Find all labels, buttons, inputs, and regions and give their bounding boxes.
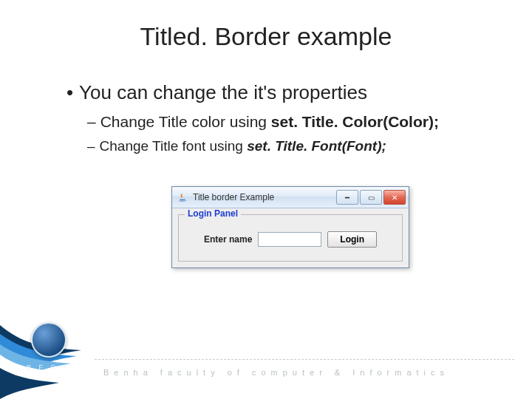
titled-border-panel: Login Panel Enter name Login [178,214,403,262]
bullet-sub-2: –Change Title font using set. Title. Fon… [87,138,495,154]
dash-1: – [87,113,96,130]
window-titlebar[interactable]: Title border Example ━ ▭ ✕ [172,187,409,208]
java-icon [177,191,188,203]
minimize-button[interactable]: ━ [336,190,358,205]
sub1-code: set. Title. Color(Color); [271,113,439,130]
name-input[interactable] [258,232,321,247]
dash-2: – [87,138,95,154]
maximize-icon: ▭ [368,194,375,202]
org-badge [31,322,66,358]
window-body: Login Panel Enter name Login [172,208,409,267]
content-block: •You can change the it's properties –Cha… [66,81,495,162]
enter-name-label: Enter name [204,234,252,245]
close-button[interactable]: ✕ [383,190,406,205]
sub2-prefix: Change Title font using [100,138,248,154]
bullet-main: •You can change the it's properties [66,81,495,104]
window-buttons: ━ ▭ ✕ [336,190,406,205]
sub1-prefix: Change Title color using [100,113,271,130]
footer-text: Benha faculty of computer & Informatics [103,368,449,377]
bullet-main-text: You can change the it's properties [79,81,367,103]
slide-title: Titled. Border example [0,22,532,51]
bullet-sub-1: –Change Title color using set. Title. Co… [87,113,495,131]
sub2-code: set. Title. Font(Font); [247,138,386,154]
footer: Benha faculty of computer & Informatics … [0,352,532,399]
bfci-label: B F C I [27,364,68,371]
form-row: Enter name Login [186,231,395,248]
maximize-button[interactable]: ▭ [360,190,382,205]
slide: Titled. Border example •You can change t… [0,0,532,399]
bullet-dot: • [66,81,73,103]
panel-title: Login Panel [185,208,241,219]
example-window: Title border Example ━ ▭ ✕ Login Panel E… [171,186,409,268]
window-title-text: Title border Example [193,192,336,202]
close-icon: ✕ [392,194,398,202]
footer-separator [95,359,514,361]
login-button[interactable]: Login [327,231,377,248]
minimize-icon: ━ [345,194,349,202]
